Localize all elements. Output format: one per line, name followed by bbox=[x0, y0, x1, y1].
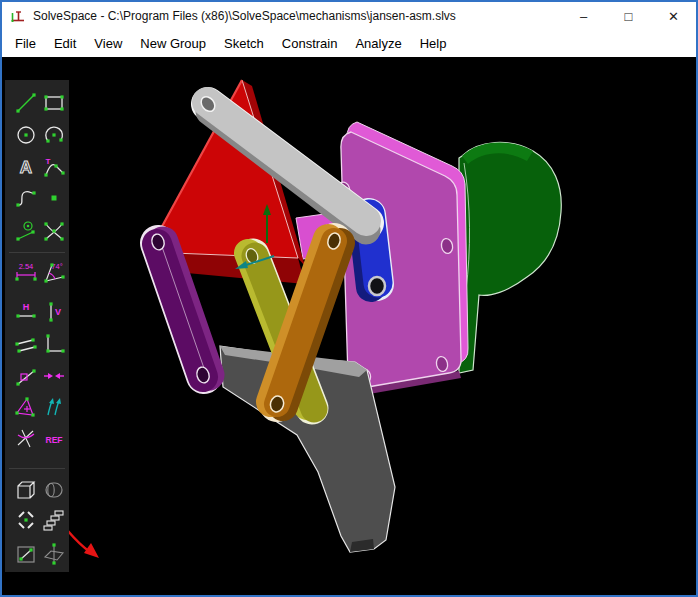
angle-dimension-icon: 74° bbox=[41, 260, 67, 286]
tool-circle[interactable] bbox=[13, 122, 39, 148]
svg-text:T: T bbox=[46, 157, 51, 166]
svg-text:V: V bbox=[55, 307, 61, 317]
perpendicular-constraint-icon bbox=[41, 331, 67, 357]
tool-point[interactable] bbox=[41, 185, 67, 211]
extrude-icon bbox=[13, 477, 39, 503]
tool-other-angle-constraint[interactable] bbox=[13, 426, 39, 452]
tool-text[interactable]: A bbox=[13, 154, 39, 180]
construction-line-icon bbox=[13, 218, 39, 244]
tool-same-orientation-constraint[interactable] bbox=[41, 394, 67, 420]
minimize-button[interactable]: – bbox=[561, 2, 606, 30]
tool-palette: AT2.5474°HVREF bbox=[5, 80, 69, 572]
ttf-text-icon: T bbox=[41, 154, 67, 180]
lathe-icon bbox=[41, 477, 67, 503]
menu-help[interactable]: Help bbox=[411, 32, 456, 55]
sketch-in-plane-icon bbox=[13, 541, 39, 567]
tool-parallel-constraint[interactable] bbox=[13, 331, 39, 357]
tool-symmetric-constraint[interactable] bbox=[41, 363, 67, 389]
app-icon bbox=[10, 8, 26, 24]
tool-horizontal-constraint[interactable]: H bbox=[13, 299, 39, 325]
distance-dimension-icon: 2.54 bbox=[13, 260, 39, 286]
tool-construction-line[interactable] bbox=[13, 218, 39, 244]
reference-dimension-icon: REF bbox=[41, 426, 67, 452]
toolbar-separator bbox=[9, 468, 65, 469]
menu-constrain[interactable]: Constrain bbox=[273, 32, 347, 55]
crank-hole bbox=[369, 277, 385, 295]
menu-sketch[interactable]: Sketch bbox=[215, 32, 273, 55]
part-motor-housing[interactable] bbox=[459, 142, 561, 373]
title-bar[interactable]: SolveSpace - C:\Program Files (x86)\Solv… bbox=[2, 2, 696, 30]
horizontal-constraint-icon: H bbox=[13, 299, 39, 325]
drag-annotation-arrow bbox=[68, 531, 99, 558]
tool-sketch-in-plane[interactable] bbox=[13, 541, 39, 567]
circle-icon bbox=[13, 122, 39, 148]
tool-sketch-anywhere[interactable] bbox=[41, 541, 67, 567]
tool-point-on-line-constraint[interactable] bbox=[13, 363, 39, 389]
svg-text:H: H bbox=[23, 302, 30, 312]
menu-new-group[interactable]: New Group bbox=[131, 32, 215, 55]
equal-constraint-icon bbox=[13, 394, 39, 420]
tool-equal-constraint[interactable] bbox=[13, 394, 39, 420]
3d-viewport[interactable] bbox=[2, 57, 696, 595]
tool-angle-dimension[interactable]: 74° bbox=[41, 260, 67, 286]
parallel-constraint-icon bbox=[13, 331, 39, 357]
rectangle-icon bbox=[41, 90, 67, 116]
tool-ttf-text[interactable]: T bbox=[41, 154, 67, 180]
menu-edit[interactable]: Edit bbox=[45, 32, 85, 55]
tool-reference-dimension[interactable]: REF bbox=[41, 426, 67, 452]
svg-text:A: A bbox=[20, 158, 32, 177]
tool-distance-dimension[interactable]: 2.54 bbox=[13, 260, 39, 286]
window-title: SolveSpace - C:\Program Files (x86)\Solv… bbox=[33, 9, 561, 23]
close-button[interactable]: ✕ bbox=[651, 2, 696, 30]
other-angle-constraint-icon bbox=[13, 426, 39, 452]
tool-spline[interactable] bbox=[13, 185, 39, 211]
solvespace-window: SolveSpace - C:\Program Files (x86)\Solv… bbox=[0, 0, 698, 597]
tool-vertical-constraint[interactable]: V bbox=[41, 299, 67, 325]
tool-lathe[interactable] bbox=[41, 477, 67, 503]
tool-extrude[interactable] bbox=[13, 477, 39, 503]
tool-step-rotate[interactable] bbox=[13, 507, 39, 533]
symmetric-constraint-icon bbox=[41, 363, 67, 389]
tool-step-translate[interactable] bbox=[41, 507, 67, 533]
menu-file[interactable]: File bbox=[6, 32, 45, 55]
tool-line-segment[interactable] bbox=[13, 90, 39, 116]
tool-rectangle[interactable] bbox=[41, 90, 67, 116]
point-icon bbox=[41, 185, 67, 211]
svg-text:REF: REF bbox=[46, 435, 63, 445]
point-on-line-constraint-icon bbox=[13, 363, 39, 389]
split-curves-icon bbox=[41, 218, 67, 244]
step-translate-icon bbox=[41, 507, 67, 533]
text-icon: A bbox=[13, 154, 39, 180]
same-orientation-constraint-icon bbox=[41, 394, 67, 420]
vertical-constraint-icon: V bbox=[41, 299, 67, 325]
line-segment-icon bbox=[13, 90, 39, 116]
menu-bar: File Edit View New Group Sketch Constrai… bbox=[2, 30, 696, 57]
step-rotate-icon bbox=[13, 507, 39, 533]
arc-icon bbox=[41, 122, 67, 148]
menu-analyze[interactable]: Analyze bbox=[346, 32, 410, 55]
tool-perpendicular-constraint[interactable] bbox=[41, 331, 67, 357]
viewport-canvas bbox=[2, 57, 696, 595]
sketch-anywhere-icon bbox=[41, 541, 67, 567]
spline-icon bbox=[13, 185, 39, 211]
menu-view[interactable]: View bbox=[85, 32, 131, 55]
tool-arc[interactable] bbox=[41, 122, 67, 148]
tool-split-curves[interactable] bbox=[41, 218, 67, 244]
maximize-button[interactable]: □ bbox=[606, 2, 651, 30]
svg-text:2.54: 2.54 bbox=[19, 262, 34, 271]
toolbar-separator bbox=[9, 252, 65, 253]
